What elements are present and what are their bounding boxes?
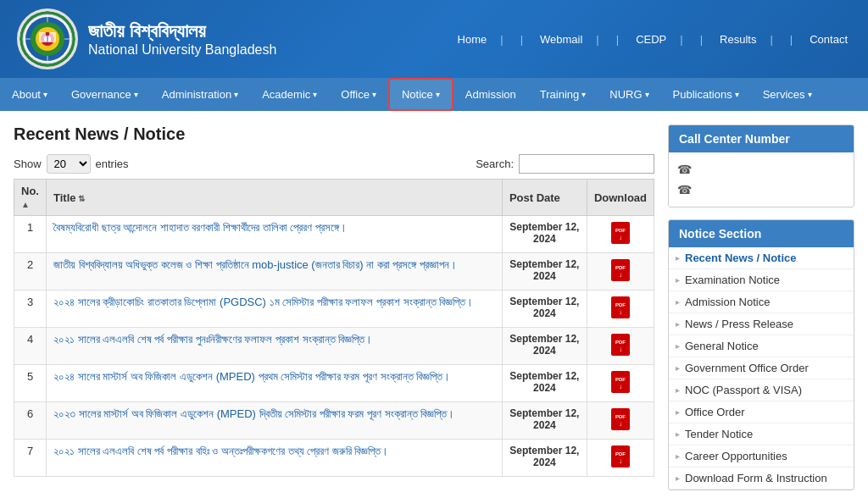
row-date: September 12, 2024 [502,290,587,328]
notice-link[interactable]: বৈষম্যবিরোধী ছাত্র আন্দোলনে শাহাদাত বরণক… [53,221,347,234]
nav-training[interactable]: Training ▾ [528,78,598,111]
table-row: 4 ২০২১ সালের এলএলবি শেষ পর্ব পরীক্ষার পু… [14,328,654,365]
notice-link[interactable]: ২০২৩ সালের মাস্টার্স অব ফিজিকাল এডুকেশন … [53,407,454,420]
search-input[interactable] [519,154,654,174]
phone-icon-1: ☎ [677,163,692,176]
row-title: ২০২১ সালের এলএলবি শেষ পর্ব পরীক্ষার বহিঃ… [47,440,503,477]
nav-results[interactable]: Results [716,33,776,46]
svg-text:↓: ↓ [619,346,622,353]
notice-section-label: Recent News / Notice [685,252,797,264]
row-date: September 12, 2024 [502,253,587,290]
nav-home[interactable]: Home [454,33,507,46]
svg-text:↓: ↓ [619,271,622,279]
nurg-caret: ▾ [645,90,649,99]
nav-administration[interactable]: Administration ▾ [150,78,250,111]
entries-label: entries [96,158,129,170]
row-no: 4 [14,328,47,365]
pdf-icon: PDF ↓ [610,258,631,282]
row-download: PDF ↓ [587,440,654,477]
notice-section-item[interactable]: Admission Notice [669,291,854,313]
nav-academic[interactable]: Academic ▾ [250,78,329,111]
row-date: September 12, 2024 [502,216,587,253]
show-entries: Show 20 10 50 100 entries [14,154,129,174]
notice-section-label: General Notice [685,340,759,352]
table-row: 2 জাতীয় বিশ্ববিদ্যালয় অধিভুক্ত কলেজ ও … [14,253,654,290]
notice-link[interactable]: জাতীয় বিশ্ববিদ্যালয় অধিভুক্ত কলেজ ও শি… [53,258,457,271]
table-row: 7 ২০২১ সালের এলএলবি শেষ পর্ব পরীক্ষার বহ… [14,440,654,477]
nav-notice[interactable]: Notice ▾ [388,78,453,111]
notice-link[interactable]: ২০২৪ সালের মাস্টার্স অব ফিজিকাল এডুকেশন … [53,370,450,383]
row-date: September 12, 2024 [502,440,587,477]
download-link[interactable]: PDF ↓ [610,272,631,285]
training-caret: ▾ [581,90,586,99]
notice-section-item[interactable]: Examination Notice [669,269,854,291]
notice-section-item[interactable]: Recent News / Notice [669,247,854,269]
services-caret: ▾ [808,90,812,99]
sidebar: Call Center Number ☎ ☎ Notice Section Re… [668,125,854,498]
nav-services[interactable]: Services ▾ [751,78,824,111]
pdf-icon: PDF ↓ [610,370,631,394]
svg-text:↓: ↓ [619,420,622,428]
notice-section-item[interactable]: Career Opportunities [669,445,854,468]
svg-text:PDF: PDF [615,414,626,419]
call-center-title: Call Center Number [669,125,854,152]
notice-section-item[interactable]: Download Form & Instruction [669,468,854,490]
nav-about[interactable]: About ▾ [0,78,59,111]
notice-section-label: Download Form & Instruction [685,472,827,484]
row-no: 3 [14,290,47,328]
svg-text:PDF: PDF [615,265,626,270]
nav-office[interactable]: Office ▾ [329,78,388,111]
main-nav: About ▾ Governance ▾ Administration ▾ Ac… [0,78,868,111]
notice-section-item[interactable]: General Notice [669,335,854,357]
nav-webmail[interactable]: Webmail [537,33,603,46]
university-logo [17,8,78,69]
row-title: বৈষম্যবিরোধী ছাত্র আন্দোলনে শাহাদাত বরণক… [47,216,503,253]
nav-publications[interactable]: Publications ▾ [661,78,751,111]
row-download: PDF ↓ [587,402,654,440]
row-title: ২০২৪ সালের ক্রীড়াকোচিং রাতকাতার ডিপ্লোম… [47,290,503,328]
row-no: 6 [14,402,47,440]
download-link[interactable]: PDF ↓ [610,235,631,247]
svg-rect-7 [49,32,56,42]
notice-section-item[interactable]: NOC (Passport & VISA) [669,379,854,401]
header-left: জাতীয় বিশ্ববিদ্যালয় National Universit… [17,8,276,69]
nav-contact[interactable]: Contact [806,33,851,46]
admin-caret: ▾ [234,90,238,99]
notice-section-item[interactable]: Government Office Order [669,357,854,379]
col-download: Download [587,180,654,216]
nav-admission[interactable]: Admission [453,78,528,111]
download-link[interactable]: PDF ↓ [610,309,631,322]
svg-text:↓: ↓ [619,457,622,465]
download-link[interactable]: PDF ↓ [610,346,631,359]
nav-governance[interactable]: Governance ▾ [59,78,150,111]
nav-nurg[interactable]: NURG ▾ [598,78,660,111]
notice-section-title: Notice Section [669,220,854,247]
col-no[interactable]: No. [14,180,47,216]
about-caret: ▾ [43,90,47,99]
title-english: National University Bangladesh [88,42,276,58]
notice-section-list: Recent News / NoticeExamination NoticeAd… [669,247,854,490]
col-title[interactable]: Title [47,180,503,216]
main-wrapper: Recent News / Notice Show 20 10 50 100 e… [0,111,868,498]
entries-select[interactable]: 20 10 50 100 [47,154,91,174]
notice-section-item[interactable]: Office Order [669,401,854,423]
row-title: জাতীয় বিশ্ববিদ্যালয় অধিভুক্ত কলেজ ও শি… [47,253,503,290]
top-nav-links: Home | Webmail | CEDP | Results | Contac… [454,33,851,46]
notice-link[interactable]: ২০২১ সালের এলএলবি শেষ পর্ব পরীক্ষার বহিঃ… [53,445,388,457]
nav-cedp[interactable]: CEDP [632,33,687,46]
row-no: 2 [14,253,47,290]
row-download: PDF ↓ [587,253,654,290]
download-link[interactable]: PDF ↓ [610,421,631,434]
row-download: PDF ↓ [587,290,654,328]
notice-section-item[interactable]: Tender Notice [669,423,854,445]
notice-link[interactable]: ২০২৪ সালের ক্রীড়াকোচিং রাতকাতার ডিপ্লোম… [53,296,473,308]
notice-section-label: Admission Notice [685,296,770,308]
download-link[interactable]: PDF ↓ [610,458,631,471]
download-link[interactable]: PDF ↓ [610,384,631,396]
pdf-icon: PDF ↓ [610,407,631,431]
academic-caret: ▾ [313,90,317,99]
notice-section-item[interactable]: News / Press Release [669,313,854,335]
search-box: Search: [476,154,654,174]
notice-caret: ▾ [436,90,440,99]
notice-link[interactable]: ২০২১ সালের এলএলবি শেষ পর্ব পরীক্ষার পুনঃ… [53,333,372,346]
